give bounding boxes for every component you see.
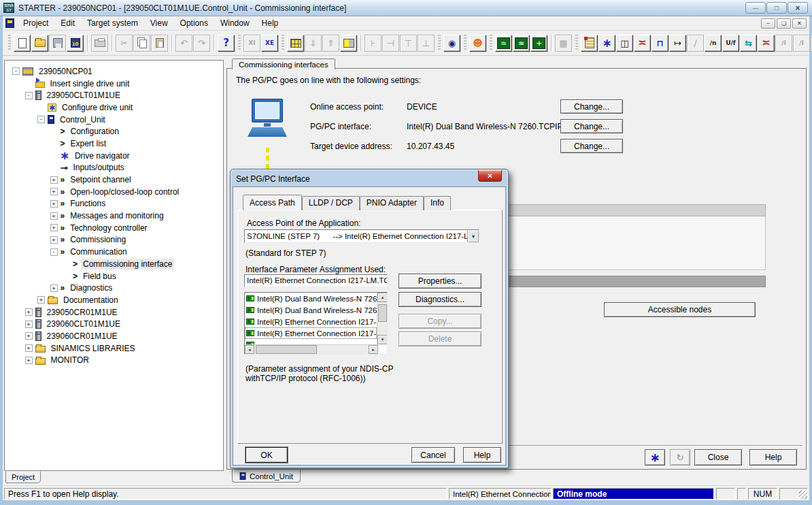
drive-navigator-button[interactable]: ∗	[598, 35, 615, 52]
menu-window[interactable]: Window	[214, 17, 256, 29]
tree-item-239050cr01m1ue[interactable]: +239050CR01M1UE	[5, 306, 223, 319]
commissioning-button[interactable]: ◫	[616, 35, 633, 52]
access-point-combobox[interactable]: S7ONLINE (STEP 7) --> Intel(R) Ethernet …	[244, 229, 479, 243]
tree-item-239050clt01m1ue[interactable]: -239050CLT01M1UE	[5, 89, 223, 101]
tree-item-239060clt01m1ue[interactable]: +239060CLT01M1UE	[5, 318, 223, 330]
dialog-help-button[interactable]: Help	[463, 447, 501, 463]
delete-button[interactable]: Delete	[399, 331, 481, 346]
diagnostics-button[interactable]: Diagnostics...	[399, 292, 481, 307]
tree-item-commissioning[interactable]: +»Commissioning	[5, 234, 223, 246]
torque-limit-button[interactable]: ≍	[758, 35, 775, 52]
properties-button[interactable]: Properties...	[399, 274, 481, 289]
current-controller-2-button[interactable]: ∕I	[793, 35, 810, 52]
control-priority-button[interactable]: ☻	[469, 35, 486, 52]
tree-expander-icon[interactable]: +	[50, 188, 58, 195]
current-controller-1-button[interactable]: ∕I	[775, 35, 792, 52]
tree-expander-icon[interactable]: -	[12, 67, 20, 75]
menu-options[interactable]: Options	[174, 17, 214, 29]
tab-access-path[interactable]: Access Path	[243, 195, 302, 210]
speed-limit-button[interactable]: ≍	[634, 35, 651, 52]
menu-project[interactable]: Project	[17, 17, 54, 29]
accessible-nodes-button[interactable]: ◉	[443, 35, 460, 52]
tree-expander-icon[interactable]: +	[50, 212, 58, 220]
ok-button[interactable]: OK	[246, 447, 288, 463]
panel-help-button[interactable]: Help	[749, 449, 797, 466]
tree-item-expert-list[interactable]: >Expert list	[5, 137, 223, 150]
trace-button[interactable]: ≈	[495, 35, 512, 52]
maximize-button[interactable]	[766, 2, 787, 14]
new-project-button[interactable]	[14, 35, 31, 52]
tree-expander-icon[interactable]: +	[25, 344, 33, 352]
tree-item-239060cr01m1ue[interactable]: +239060CR01M1UE	[5, 330, 223, 342]
tree-expander-icon[interactable]: -	[25, 92, 33, 99]
vertical-scroll-thumb[interactable]	[378, 304, 387, 322]
ramp-function-generator-button[interactable]: ⊓	[652, 35, 669, 52]
connector-c-button[interactable]: ⊤	[400, 35, 417, 52]
save-button[interactable]	[49, 35, 66, 52]
insert-expression-button[interactable]: XE	[261, 35, 278, 52]
combo-dropdown-icon[interactable]	[467, 230, 479, 242]
adapter-item[interactable]: Intel(R) Dual Band Wireless-N 7260	[245, 293, 377, 304]
mdi-close-button[interactable]	[792, 18, 807, 29]
tree-expander-icon[interactable]: -	[37, 116, 45, 123]
tab-info[interactable]: Info	[424, 196, 451, 210]
tree-item-inputs-outputs[interactable]: ⊸Inputs/outputs	[5, 162, 223, 174]
tree-item-239050ncp01[interactable]: -239050NCP01	[5, 65, 223, 78]
tree-item-insert-single-drive-unit[interactable]: Insert single drive unit	[5, 78, 223, 90]
cancel-button[interactable]: Cancel	[411, 447, 455, 463]
tree-item-field-bus[interactable]: >Field bus	[5, 270, 223, 282]
panel-close-button[interactable]: Close	[694, 449, 742, 466]
drive-navigator-button[interactable]: ∗	[645, 449, 665, 466]
project-tab[interactable]: Project	[5, 471, 41, 483]
plc-button[interactable]: ▦	[555, 35, 572, 52]
cut-button[interactable]: ✂	[116, 35, 133, 52]
tree-expander-icon[interactable]: +	[25, 308, 33, 316]
disconnect-target-system-button[interactable]	[340, 35, 357, 52]
characteristic-button[interactable]: ∕	[687, 35, 704, 52]
tree-item-technology-controller[interactable]: +»Technology controller	[5, 222, 223, 234]
vertical-scrollbar[interactable]	[377, 293, 387, 344]
tree-item-control-unit[interactable]: -Control_Unit	[5, 114, 223, 126]
tree-item-communication[interactable]: -»Communication	[5, 246, 223, 258]
scroll-right-icon[interactable]	[369, 345, 378, 354]
tab-commissioning-interfaces[interactable]: Commissioning interfaces	[232, 59, 335, 69]
tree-item-setpoint-channel[interactable]: +»Setpoint channel	[5, 174, 223, 186]
tree-expander-icon[interactable]: +	[25, 332, 33, 340]
menu-edit[interactable]: Edit	[54, 17, 81, 29]
copy-button[interactable]: Copy...	[399, 314, 481, 329]
tree-item-functions[interactable]: +»Functions	[5, 198, 223, 210]
adapter-item[interactable]: Intel(R) Ethernet Connection I217-L	[245, 316, 377, 327]
undo-button[interactable]: ↶	[175, 35, 192, 52]
refresh-button[interactable]: ↻	[670, 449, 690, 466]
save-and-compile-button[interactable]: 10	[67, 35, 84, 52]
tree-item-commissioning-interface[interactable]: >Commissioning interface	[5, 258, 223, 270]
mdi-minimize-button[interactable]	[761, 18, 775, 29]
print-button[interactable]	[91, 35, 108, 52]
expert-list-button[interactable]	[581, 35, 598, 52]
menu-help[interactable]: Help	[256, 17, 285, 29]
connect-target-system-button[interactable]	[287, 35, 304, 52]
tree-item-configure-drive-unit[interactable]: ∗Configure drive unit	[5, 101, 223, 114]
tree-item-messages-and-monitoring[interactable]: +»Messages and monitoring	[5, 210, 223, 222]
change-button[interactable]: Change...	[560, 119, 623, 133]
tree-expander-icon[interactable]: +	[50, 284, 58, 292]
tree-item-open-loop-closed-loop-control[interactable]: +»Open-loop/closed-loop control	[5, 186, 223, 198]
tree-expander-icon[interactable]: +	[50, 176, 58, 184]
context-help-button[interactable]: ?	[218, 35, 235, 52]
scroll-up-icon[interactable]	[377, 293, 388, 302]
close-window-button[interactable]	[788, 2, 808, 14]
tree-expander-icon[interactable]: +	[50, 200, 58, 208]
minimize-button[interactable]	[745, 2, 766, 14]
horizontal-scroll-thumb[interactable]	[256, 345, 317, 354]
adapter-item[interactable]: Intel(R) Ethernet Connection I217-L	[245, 327, 377, 339]
dialog-close-button[interactable]: ✕	[478, 170, 502, 182]
uf-control-button[interactable]: U/f	[722, 35, 739, 52]
menu-view[interactable]: View	[144, 17, 174, 29]
change-button[interactable]: Change...	[560, 139, 623, 153]
scroll-down-icon[interactable]	[377, 335, 388, 344]
tree-expander-icon[interactable]: +	[37, 296, 45, 304]
tree-expander-icon[interactable]: +	[50, 224, 58, 231]
resize-grip-icon[interactable]	[799, 491, 807, 499]
tree-item-sinamics-libraries[interactable]: +SINAMICS LIBRARIES	[5, 342, 223, 355]
change-button[interactable]: Change...	[560, 99, 623, 114]
